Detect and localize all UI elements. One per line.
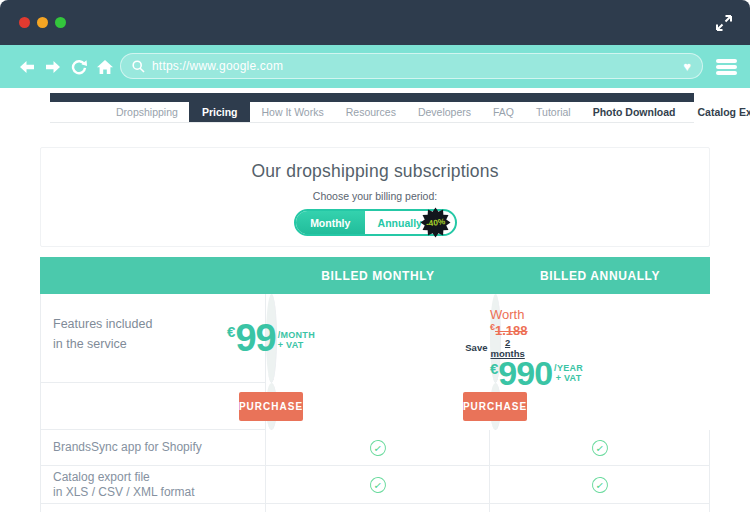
table-row: Catalog export file in XLS / CSV / XML f… (41, 466, 710, 504)
worth-line: Worth €1.188 (490, 307, 500, 338)
forward-icon[interactable] (44, 58, 61, 75)
monthly-currency: € (227, 323, 235, 340)
purchase-row: PURCHASE PURCHASE (41, 383, 710, 430)
catalog-monthly-cell: ✓ (266, 466, 490, 504)
menu-icon[interactable] (716, 59, 737, 77)
monthly-price-cell: € 99 /MONTH + VAT (266, 294, 277, 383)
purchase-monthly-cell: PURCHASE (266, 383, 277, 430)
monthly-amount: 99 (235, 320, 275, 356)
catalog-annually-cell: ✓ (490, 466, 710, 504)
main-nav: Dropshipping Pricing How It Works Resour… (105, 93, 750, 122)
page-content: Dropshipping Pricing How It Works Resour… (0, 93, 750, 513)
table-row (41, 504, 710, 512)
subscriptions-section: Our dropshipping subscriptions Choose yo… (40, 147, 710, 247)
annual-price: € 990 /YEAR + VAT (490, 357, 583, 389)
toggle-monthly[interactable]: Monthly (296, 211, 366, 234)
window-controls (19, 17, 66, 28)
pricing-table-header: BILLED MONTHLY BILLED ANNUALLY (40, 257, 710, 294)
annual-price-cell: Worth €1.188 Save 2 months € 990 /YEAR +… (490, 294, 501, 383)
check-icon: ✓ (368, 438, 386, 456)
partial-cell (490, 504, 710, 512)
browser-titlebar (0, 0, 750, 45)
billing-period-toggle: Monthly Annually -40% (294, 209, 457, 236)
header-billed-annually: BILLED ANNUALLY (490, 257, 710, 294)
purchase-annually-button[interactable]: PURCHASE (463, 392, 527, 421)
site-header: Dropshipping Pricing How It Works Resour… (50, 93, 694, 123)
pricing-table: BILLED MONTHLY BILLED ANNUALLY Features … (40, 257, 710, 512)
nav-tab-developers[interactable]: Developers (407, 93, 482, 122)
minimize-window-button[interactable] (37, 17, 48, 28)
nav-tab-dropshipping[interactable]: Dropshipping (105, 93, 189, 122)
feature-brandssync-label: BrandsSync app for Shopify (41, 430, 266, 466)
back-icon[interactable] (18, 58, 35, 75)
check-icon: ✓ (590, 475, 608, 493)
annual-suffix: /YEAR + VAT (554, 363, 583, 383)
nav-tab-faq[interactable]: FAQ (482, 93, 525, 122)
nav-tab-pricing[interactable]: Pricing (189, 93, 251, 122)
page-title: Our dropshipping subscriptions (41, 161, 709, 182)
close-window-button[interactable] (19, 17, 30, 28)
purchase-annually-cell: PURCHASE (490, 383, 501, 430)
nav-tab-resources[interactable]: Resources (335, 93, 407, 122)
partial-cell (41, 504, 266, 512)
annual-amount: 990 (498, 357, 552, 389)
brandssync-annually-cell: ✓ (490, 430, 710, 466)
purchase-monthly-button[interactable]: PURCHASE (239, 392, 303, 421)
nav-tab-photo-download[interactable]: Photo Download (582, 93, 687, 122)
monthly-suffix: /MONTH + VAT (278, 330, 315, 350)
partial-cell (266, 504, 490, 512)
discount-badge-icon: -40% (420, 207, 451, 238)
maximize-window-button[interactable] (55, 17, 66, 28)
table-row: BrandsSync app for Shopify ✓ ✓ (41, 430, 710, 466)
feature-catalog-export-label: Catalog export file in XLS / CSV / XML f… (41, 466, 266, 504)
monthly-price: € 99 /MONTH + VAT (227, 320, 315, 356)
header-billed-monthly: BILLED MONTHLY (266, 257, 490, 294)
check-icon: ✓ (590, 438, 608, 456)
price-row: Features included in the service € 99 /M… (41, 294, 710, 383)
billing-period-label: Choose your billing period: (41, 190, 709, 202)
nav-tab-catalog-export[interactable]: Catalog Export (687, 93, 750, 122)
nav-tab-tutorial[interactable]: Tutorial (525, 93, 582, 122)
bookmark-heart-icon[interactable]: ♥ (683, 60, 691, 73)
search-icon (132, 60, 145, 73)
refresh-icon[interactable] (70, 58, 87, 75)
brandssync-monthly-cell: ✓ (266, 430, 490, 466)
expand-icon[interactable] (715, 14, 733, 32)
home-icon[interactable] (96, 58, 113, 75)
browser-toolbar: https://www.google.com ♥ (0, 45, 750, 88)
annual-currency: € (490, 360, 498, 377)
url-bar[interactable]: https://www.google.com ♥ (120, 53, 703, 79)
purchase-row-empty-cell (41, 383, 266, 430)
nav-tab-how-it-works[interactable]: How It Works (250, 93, 334, 122)
header-features-column (40, 257, 266, 294)
check-icon: ✓ (368, 475, 386, 493)
url-text[interactable]: https://www.google.com (152, 59, 683, 73)
